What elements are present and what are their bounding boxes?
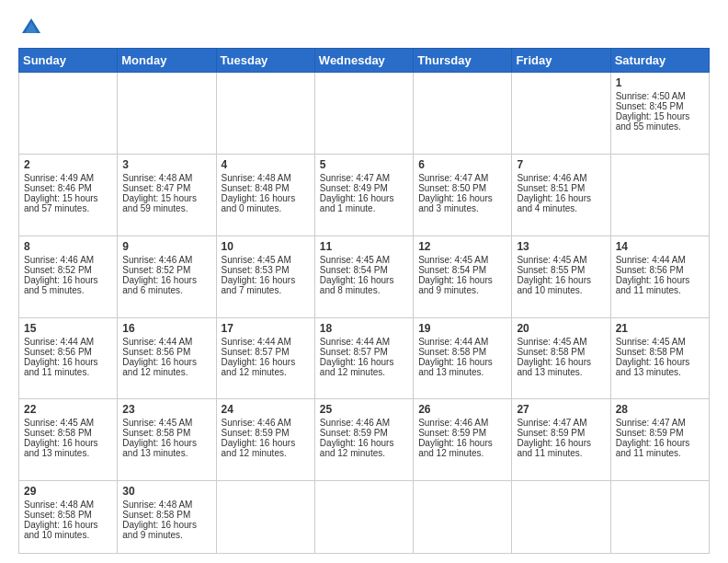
day-of-week-tuesday: Tuesday: [216, 49, 314, 73]
calendar-cell-empty: [314, 73, 413, 155]
day-of-week-monday: Monday: [118, 49, 216, 73]
calendar-cell-empty: [314, 481, 413, 554]
day-number: 7: [517, 158, 605, 171]
day-number: 9: [122, 240, 210, 253]
calendar-cell-8: 8Sunrise: 4:46 AMSunset: 8:52 PMDaylight…: [19, 236, 118, 317]
day-of-week-wednesday: Wednesday: [314, 49, 413, 73]
logo: [18, 15, 48, 40]
calendar-table: SundayMondayTuesdayWednesdayThursdayFrid…: [18, 48, 710, 554]
calendar-cell-empty: [19, 73, 118, 155]
day-number: 18: [320, 322, 408, 335]
calendar-week-1: 2Sunrise: 4:49 AMSunset: 8:46 PMDaylight…: [19, 154, 710, 236]
day-number: 8: [24, 240, 112, 253]
day-number: 10: [222, 240, 310, 253]
calendar-cell-25: 25Sunrise: 4:46 AMSunset: 8:59 PMDayligh…: [314, 399, 413, 481]
calendar-cell-20: 20Sunrise: 4:45 AMSunset: 8:58 PMDayligh…: [512, 317, 610, 399]
calendar-week-5: 29Sunrise: 4:48 AMSunset: 8:58 PMDayligh…: [19, 481, 710, 554]
calendar-cell-empty: [610, 481, 709, 554]
day-number: 27: [517, 403, 605, 416]
day-of-week-sunday: Sunday: [19, 49, 118, 73]
calendar-cell-22: 22Sunrise: 4:45 AMSunset: 8:58 PMDayligh…: [19, 399, 118, 481]
calendar-cell-empty: [414, 481, 512, 554]
calendar-cell-empty: [216, 481, 314, 554]
calendar-cell-empty: [512, 481, 610, 554]
calendar-cell-empty: [414, 73, 512, 155]
day-number: 11: [320, 240, 408, 253]
calendar-cell-27: 27Sunrise: 4:47 AMSunset: 8:59 PMDayligh…: [512, 399, 610, 481]
calendar-cell-24: 24Sunrise: 4:46 AMSunset: 8:59 PMDayligh…: [216, 399, 314, 481]
day-number: 6: [418, 158, 506, 171]
day-number: 28: [616, 403, 704, 416]
day-number: 14: [616, 240, 704, 253]
day-number: 4: [222, 158, 310, 171]
header: [18, 15, 710, 40]
calendar-cell-13: 13Sunrise: 4:45 AMSunset: 8:55 PMDayligh…: [512, 236, 610, 317]
calendar-cell-5: 5Sunrise: 4:47 AMSunset: 8:49 PMDaylight…: [314, 154, 413, 236]
calendar-week-0: 1Sunrise: 4:50 AMSunset: 8:45 PMDaylight…: [19, 73, 710, 155]
day-number: 23: [122, 403, 210, 416]
page: SundayMondayTuesdayWednesdayThursdayFrid…: [0, 0, 728, 563]
day-number: 15: [24, 322, 112, 335]
day-number: 2: [24, 158, 112, 171]
calendar-cell-26: 26Sunrise: 4:46 AMSunset: 8:59 PMDayligh…: [414, 399, 512, 481]
calendar-cell-9: 9Sunrise: 4:46 AMSunset: 8:52 PMDaylight…: [118, 236, 216, 317]
day-of-week-saturday: Saturday: [610, 49, 709, 73]
calendar-cell-16: 16Sunrise: 4:44 AMSunset: 8:56 PMDayligh…: [118, 317, 216, 399]
calendar-cell-3: 3Sunrise: 4:48 AMSunset: 8:47 PMDaylight…: [118, 154, 216, 236]
day-of-week-thursday: Thursday: [414, 49, 512, 73]
calendar-cell-23: 23Sunrise: 4:45 AMSunset: 8:58 PMDayligh…: [118, 399, 216, 481]
calendar-cell-18: 18Sunrise: 4:44 AMSunset: 8:57 PMDayligh…: [314, 317, 413, 399]
day-number: 19: [418, 322, 506, 335]
day-number: 13: [517, 240, 605, 253]
day-number: 24: [222, 403, 310, 416]
calendar-cell-empty: [118, 73, 216, 155]
calendar-cell-7: 7Sunrise: 4:46 AMSunset: 8:51 PMDaylight…: [512, 154, 610, 236]
day-number: 17: [222, 322, 310, 335]
day-number: 16: [122, 322, 210, 335]
calendar-cell-empty: [216, 73, 314, 155]
day-number: 12: [418, 240, 506, 253]
calendar-week-4: 22Sunrise: 4:45 AMSunset: 8:58 PMDayligh…: [19, 399, 710, 481]
day-number: 5: [320, 158, 408, 171]
calendar-cell-1: 1Sunrise: 4:50 AMSunset: 8:45 PMDaylight…: [610, 73, 709, 155]
calendar-cell-15: 15Sunrise: 4:44 AMSunset: 8:56 PMDayligh…: [19, 317, 118, 399]
day-number: 20: [517, 322, 605, 335]
calendar-cell-14: 14Sunrise: 4:44 AMSunset: 8:56 PMDayligh…: [610, 236, 709, 317]
calendar-cell-11: 11Sunrise: 4:45 AMSunset: 8:54 PMDayligh…: [314, 236, 413, 317]
calendar-cell-21: 21Sunrise: 4:45 AMSunset: 8:58 PMDayligh…: [610, 317, 709, 399]
calendar-cell-28: 28Sunrise: 4:47 AMSunset: 8:59 PMDayligh…: [610, 399, 709, 481]
day-number: 1: [616, 76, 704, 89]
calendar-week-2: 8Sunrise: 4:46 AMSunset: 8:52 PMDaylight…: [19, 236, 710, 317]
day-number: 25: [320, 403, 408, 416]
calendar-cell-30: 30Sunrise: 4:48 AMSunset: 8:58 PMDayligh…: [118, 481, 216, 554]
logo-icon: [18, 15, 44, 40]
day-of-week-friday: Friday: [512, 49, 610, 73]
calendar-cell-10: 10Sunrise: 4:45 AMSunset: 8:53 PMDayligh…: [216, 236, 314, 317]
day-number: 3: [122, 158, 210, 171]
day-number: 22: [24, 403, 112, 416]
calendar-cell-2: 2Sunrise: 4:49 AMSunset: 8:46 PMDaylight…: [19, 154, 118, 236]
day-number: 30: [122, 485, 210, 498]
calendar-cell-empty: [512, 73, 610, 155]
day-number: 21: [616, 322, 704, 335]
calendar-cell-12: 12Sunrise: 4:45 AMSunset: 8:54 PMDayligh…: [414, 236, 512, 317]
day-number: 26: [418, 403, 506, 416]
calendar-cell-6: 6Sunrise: 4:47 AMSunset: 8:50 PMDaylight…: [414, 154, 512, 236]
calendar-cell-17: 17Sunrise: 4:44 AMSunset: 8:57 PMDayligh…: [216, 317, 314, 399]
calendar-header-row: SundayMondayTuesdayWednesdayThursdayFrid…: [19, 49, 710, 73]
calendar-cell-19: 19Sunrise: 4:44 AMSunset: 8:58 PMDayligh…: [414, 317, 512, 399]
calendar-week-3: 15Sunrise: 4:44 AMSunset: 8:56 PMDayligh…: [19, 317, 710, 399]
day-number: 29: [24, 485, 112, 498]
calendar-cell-4: 4Sunrise: 4:48 AMSunset: 8:48 PMDaylight…: [216, 154, 314, 236]
calendar-cell-29: 29Sunrise: 4:48 AMSunset: 8:58 PMDayligh…: [19, 481, 118, 554]
